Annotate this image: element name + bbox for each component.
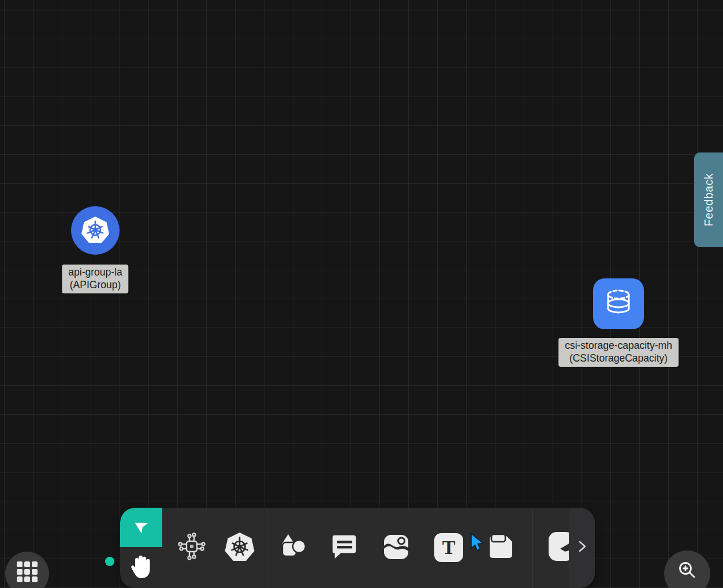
expand-toolbar-button[interactable] [576,539,588,556]
node-label-line2: (APIGroup) [68,279,122,292]
floppy-icon [486,531,516,564]
cursor-icon [132,516,151,538]
node-label-line1: csi-storage-capacity-mh [565,340,672,352]
text-tool-button[interactable]: T [433,531,465,564]
bottom-toolbar: T [120,508,595,588]
toolbar-expand-cap [569,508,595,588]
node-label-line2: (CSIStorageCapacity) [565,352,672,365]
comment-icon [330,532,359,563]
node-label-csi-storage: csi-storage-capacity-mh (CSIStorageCapac… [558,338,679,367]
node-label-api-group: api-group-la (APIGroup) [62,265,128,293]
image-icon [381,531,411,564]
toolbar-separator [532,508,533,588]
pan-tool-button[interactable] [120,547,162,588]
chevron-right-icon [576,539,588,554]
database-cylinder-icon [601,285,636,323]
accent-dot [105,557,114,566]
select-tool-button[interactable] [120,508,162,547]
text-icon: T [434,533,463,562]
feedback-tab[interactable]: Feedback [694,152,723,247]
kubernetes-tool-button[interactable] [223,531,256,564]
text-icon-glyph: T [442,537,456,559]
hand-icon [128,552,155,584]
comment-tool-button[interactable] [328,531,360,564]
circuit-chip-icon [177,531,207,564]
image-tool-button[interactable] [380,531,412,564]
zoom-in-icon [676,559,699,584]
shapes-icon [278,531,308,564]
node-api-group[interactable] [71,206,120,255]
apps-grid-icon [17,561,38,582]
node-tool-button[interactable] [176,531,208,564]
shapes-tool-button[interactable] [277,531,310,564]
kubernetes-icon [223,530,256,565]
toolbar-separator [267,508,267,588]
node-csi-storage-capacity[interactable] [593,278,644,329]
save-tool-button[interactable] [485,531,517,564]
kubernetes-icon [79,213,111,248]
node-label-line1: api-group-la [68,266,122,279]
feedback-tab-label: Feedback [702,173,715,226]
